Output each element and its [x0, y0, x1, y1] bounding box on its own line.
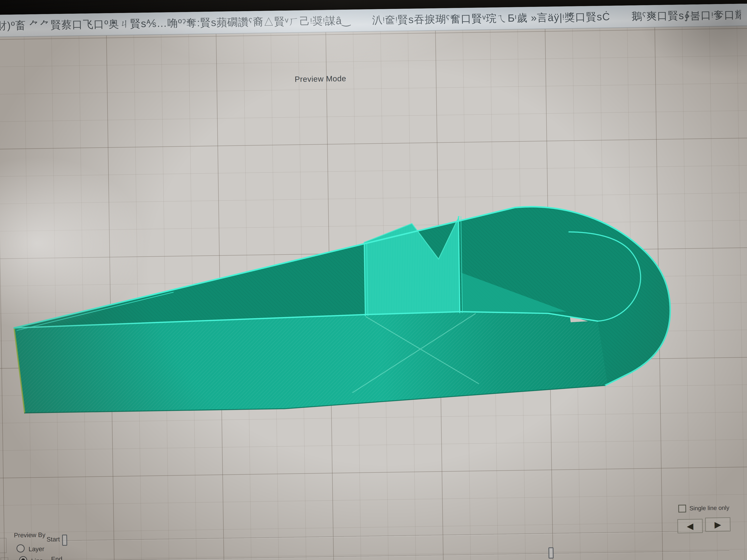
- screen-edge-widget: [0, 538, 7, 553]
- model-3d-preview: [0, 4, 743, 560]
- screen-edge-widget: [1, 557, 8, 560]
- right-arrow-icon: ▶: [714, 519, 721, 530]
- left-arrow-icon: ◀: [687, 521, 693, 531]
- next-line-button[interactable]: ▶: [705, 517, 730, 532]
- preview-mode-label: Preview Mode: [294, 74, 346, 84]
- photo-stage: (財)º畜 ⺈⺈賢蔡口飞口º奥ㄐ賢s⅍…唃ºˀ奪:賢s蘋礀讚ˤ裔△賢ᵛㄏ己ᵎ奨ᵎ…: [0, 0, 747, 560]
- slider-end-handle[interactable]: [548, 548, 553, 559]
- single-line-only-checkbox[interactable]: [678, 505, 686, 513]
- previous-line-button[interactable]: ◀: [677, 519, 703, 533]
- radio-layer-label: Layer: [28, 545, 45, 553]
- slider-start-label: Start: [47, 536, 60, 543]
- radio-line-label: Line: [31, 557, 43, 560]
- slider-end-label: End: [51, 555, 62, 560]
- application-window: (財)º畜 ⺈⺈賢蔡口飞口º奥ㄐ賢s⅍…唃ºˀ奪:賢s蘋礀讚ˤ裔△賢ᵛㄏ己ᵎ奨ᵎ…: [0, 4, 747, 560]
- single-line-only-label: Single line only: [689, 504, 729, 512]
- viewport-ui-layer: Preview Mode Preview By Layer Line Start…: [0, 4, 747, 560]
- slider-start-handle[interactable]: [62, 535, 67, 546]
- preview-by-label: Preview By: [14, 531, 46, 539]
